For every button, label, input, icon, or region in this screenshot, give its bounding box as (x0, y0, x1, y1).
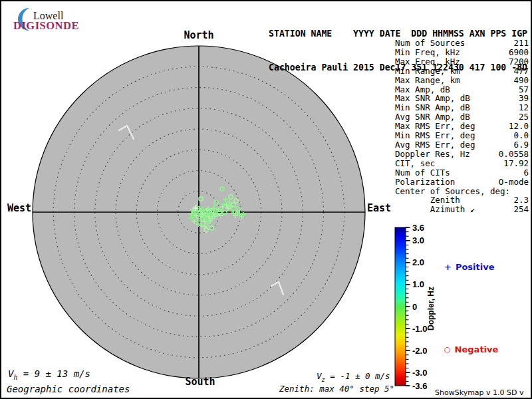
stats-row: Min Range, km477 (395, 66, 529, 76)
compass-label-north: North (172, 29, 225, 41)
stats-value: 12 (519, 103, 529, 112)
stats-value: 0.0 (513, 131, 529, 140)
stats-row: Zenith2.3 (395, 196, 529, 205)
stats-label: Min Range, km (395, 66, 460, 76)
stats-label: Max Amp, dB (395, 85, 450, 94)
stats-row: Azimuth ↙254 (395, 205, 529, 214)
legend-positive: +Positive (444, 262, 495, 272)
circle-icon: ○ (444, 345, 451, 354)
colorbar-tick-label: -1.0 (412, 324, 427, 334)
colorbar-tick-label: 3.0 (412, 235, 424, 245)
stats-row: Max Range, km490 (395, 76, 529, 85)
stats-label: Min SNR Amp, dB (395, 103, 470, 112)
stats-value: O-mode (499, 178, 529, 187)
colorbar-tick-label: 2.0 (412, 257, 424, 267)
stats-label: Min Freq, kHz (395, 48, 460, 57)
stats-value: 17.92 (503, 159, 529, 168)
stats-label: Max SNR Amp, dB (395, 94, 470, 103)
compass-label-west: West (1, 202, 31, 214)
stats-label: Min RMS Err, deg (395, 131, 475, 140)
stats-value: 25 (519, 112, 529, 122)
stats-value: 211 (513, 39, 529, 48)
horizontal-velocity-readout: Vh = 9 ± 13 m/s (8, 368, 90, 381)
stats-value: 39 (519, 94, 529, 103)
stats-row: PolarizationO-mode (395, 178, 529, 187)
colorbar-tick-label: -3.6 (412, 381, 427, 391)
stats-value: 254 (513, 205, 529, 214)
stats-value: 7200 (509, 57, 529, 66)
colorbar-tick-label: 1.0 (412, 279, 424, 289)
stats-row: Min SNR Amp, dB12 (395, 103, 529, 112)
legend-positive-label: Positive (456, 262, 495, 272)
stats-row: Max Freq, kHz7200 (395, 57, 529, 66)
stats-row: Avg SNR Amp, dB25 (395, 112, 529, 122)
stats-label: Max Range, km (395, 76, 460, 85)
stats-value: 6.9 (513, 140, 529, 150)
stats-row: Num of Sources211 (395, 39, 529, 48)
vh-value: = 9 ± 13 m/s (17, 368, 90, 379)
stats-label: Polarization (395, 178, 455, 187)
software-version-label: ShowSkymap v 1.0 SD v 5.1 (435, 388, 531, 399)
legend-negative: ○Negative (444, 344, 498, 354)
stats-row: Min Freq, kHz6900 (395, 48, 529, 57)
vertical-velocity-readout: Vz = -1 ± 0 m/s (317, 371, 390, 383)
stats-label: Avg SNR Amp, dB (395, 112, 470, 122)
stats-value: 490 (513, 76, 529, 85)
colorbar-axis-label: Doppler, Hz (426, 287, 436, 331)
stats-row: Avg RMS Err, deg6.9 (395, 140, 529, 150)
stats-row: Num of CITs6 (395, 168, 529, 178)
colorbar-tick-label: 3.6 (412, 223, 424, 233)
stats-label: Zenith (395, 196, 460, 205)
stats-label: Max RMS Err, deg (395, 122, 475, 131)
stats-label: Doppler Res, Hz (395, 150, 470, 159)
colorbar-tick-label: -3.0 (412, 368, 427, 378)
stats-label: CIT, sec (395, 159, 435, 168)
stats-row: Center of Sources, deg: (395, 187, 529, 196)
colorbar-tick-label: -2.0 (412, 346, 427, 356)
stats-label: Num of Sources (395, 39, 465, 48)
stats-row: Doppler Res, Hz0.0558 (395, 150, 529, 159)
stats-label: Num of CITs (395, 168, 450, 178)
colorbar (395, 227, 406, 386)
stats-value: 57 (519, 85, 529, 94)
vz-symbol: V (317, 371, 322, 381)
stats-label: Azimuth ↙ (395, 205, 475, 214)
plus-icon: + (444, 262, 452, 272)
vz-value: = -1 ± 0 m/s (325, 371, 390, 381)
colorbar-tick-label: 0 (412, 302, 417, 312)
stats-row: Max SNR Amp, dB39 (395, 94, 529, 103)
measurement-stats-panel: Num of Sources211Min Freq, kHz6900Max Fr… (395, 39, 529, 214)
stats-value: 2.3 (513, 196, 529, 205)
stats-value: 0.0558 (499, 150, 529, 159)
stats-row: Max Amp, dB57 (395, 85, 529, 94)
stats-value: 477 (513, 66, 529, 76)
stats-row: CIT, sec17.92 (395, 159, 529, 168)
stats-label: Center of Sources, deg: (395, 187, 510, 196)
skymap-window: 3.63.02.01.00-1.0-2.0-3.0-3.6Doppler, Hz… (0, 0, 532, 399)
stats-label: Avg RMS Err, deg (395, 140, 475, 150)
lowell-digisonde-logo: Lowell DIGISONDE (8, 5, 88, 31)
stats-value: 12.0 (509, 122, 529, 131)
stats-value: 6 (523, 168, 529, 178)
stats-row: Min RMS Err, deg0.0 (395, 131, 529, 140)
coordinate-system-label: Geographic coordinates (7, 384, 130, 394)
stats-value: 6900 (509, 48, 529, 57)
compass-label-south: South (174, 376, 227, 388)
stats-row: Max RMS Err, deg12.0 (395, 122, 529, 131)
stats-label: Max Freq, kHz (395, 57, 460, 66)
zenith-scale-label: Zenith: max 40° step 5° (279, 384, 394, 394)
logo-text-digisonde: DIGISONDE (13, 19, 79, 33)
legend-negative-label: Negative (455, 344, 499, 354)
